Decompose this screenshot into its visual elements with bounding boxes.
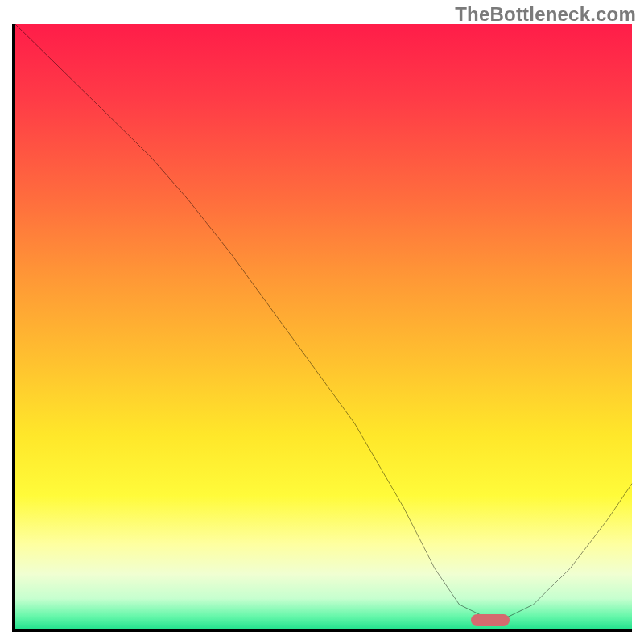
watermark-text: TheBottleneck.com <box>455 3 636 26</box>
plot-area <box>12 24 632 632</box>
optimal-range-marker <box>471 614 510 626</box>
bottleneck-curve-path <box>15 24 632 617</box>
y-axis <box>12 24 15 632</box>
x-axis <box>12 629 632 632</box>
line-chart <box>15 24 632 629</box>
chart-container: TheBottleneck.com <box>0 0 644 644</box>
